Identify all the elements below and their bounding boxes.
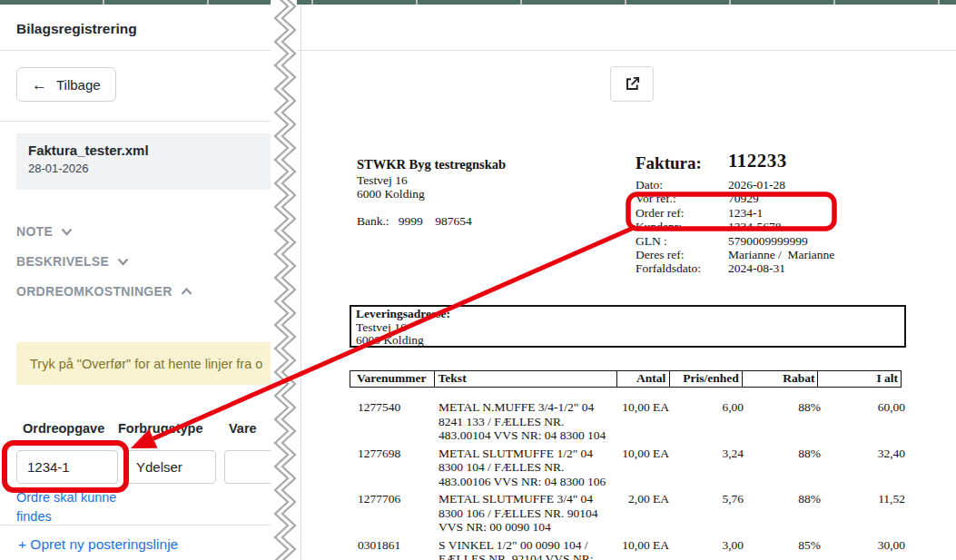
table-row: 1277540 METAL N.MUFFE 3/4-1/2" 04 8241 1…	[350, 400, 908, 443]
cell-varenummer: 1277540	[350, 400, 435, 443]
meta-value: 2024-08-31	[728, 261, 834, 275]
bilagsregistrering-app: Bilagsregistrering ← Tilbage Faktura_tes…	[0, 0, 956, 560]
delivery-address2: 6000 Kolding	[356, 334, 900, 348]
delivery-address1: Testvej 16	[356, 321, 900, 335]
cell-varenummer: 1277698	[350, 447, 435, 489]
cell-rabat: 85%	[747, 538, 823, 560]
meta-value: 1234-1	[728, 206, 834, 220]
cell-antal: 2,00 EA	[619, 492, 673, 535]
table-row: 1277698 METAL SLUTMUFFE 1/2" 04 8300 104…	[350, 447, 908, 489]
meta-label: Deres ref:	[636, 248, 728, 261]
open-external-button[interactable]	[610, 66, 654, 102]
meta-label: GLN :	[636, 234, 728, 248]
invoice-sender-name: STWKR Byg testregnskab	[357, 158, 506, 172]
browser-top-strip	[0, 0, 956, 5]
meta-label: Order ref:	[636, 206, 728, 220]
cell-pris: 3,00	[673, 538, 747, 560]
cell-rabat: 88%	[747, 447, 823, 489]
cell-tekst: S VINKEL 1/2" 00 0090 104 / FÆLLES NR. 9…	[435, 538, 619, 560]
cell-ialt: 11,52	[823, 492, 908, 535]
cell-varenummer: 0301861	[350, 538, 435, 560]
meta-label: Dato:	[636, 178, 728, 192]
cell-rabat: 88%	[747, 492, 823, 535]
torn-edge-divider	[269, 0, 301, 560]
invoice-sender-address1: Testvej 16	[357, 173, 408, 188]
invoice-number: 112233	[728, 154, 787, 169]
invoice-table-header: Varenummer Tekst Antal Pris/enhed Rabat …	[350, 370, 908, 388]
invoice-preview: STWKR Byg testregnskab Testvej 16 6000 K…	[0, 0, 956, 560]
cell-antal: 10,00 EA	[619, 538, 673, 560]
cell-rabat: 88%	[747, 400, 823, 443]
table-row: 1277706 METAL SLUTMUFFE 3/4" 04 8300 106…	[350, 492, 908, 535]
cell-antal: 10,00 EA	[619, 400, 673, 443]
meta-value: 2026-01-28	[728, 178, 834, 192]
delivery-address-box: Leveringsadresse: Testvej 16 6000 Koldin…	[350, 305, 906, 348]
th-pris-enhed: Pris/enhed	[669, 370, 744, 388]
cell-pris: 6,00	[673, 400, 747, 443]
meta-label: Kundenr:	[636, 220, 728, 233]
cell-ialt: 60,00	[823, 400, 908, 443]
meta-value: 70929	[728, 192, 834, 205]
invoice-meta-block: Dato:2026-01-28 Vor ref.:70929 Order ref…	[636, 178, 834, 276]
cell-pris: 5,76	[673, 492, 747, 535]
th-varenummer: Varenummer	[350, 370, 435, 388]
meta-label: Forfaldsdato:	[636, 261, 728, 275]
meta-value: 1234-5678	[728, 220, 834, 233]
invoice-table-body: 1277540 METAL N.MUFFE 3/4-1/2" 04 8241 1…	[350, 400, 908, 560]
invoice-bank-line: Bank.: 9999 987654	[357, 214, 472, 229]
th-tekst: Tekst	[434, 370, 618, 388]
cell-pris: 3,24	[673, 447, 747, 489]
th-rabat: Rabat	[742, 370, 818, 388]
invoice-title-label: Faktura:	[636, 156, 702, 171]
cell-antal: 10,00 EA	[619, 447, 673, 489]
meta-value: Marianne / Marianne	[728, 248, 834, 261]
th-antal: Antal	[616, 370, 670, 388]
invoice-sender-address2: 6000 Kolding	[357, 187, 425, 201]
th-ialt: I alt	[817, 370, 902, 388]
external-link-icon	[624, 75, 641, 93]
cell-ialt: 32,40	[823, 447, 908, 489]
cell-varenummer: 1277706	[350, 492, 435, 535]
delivery-title: Leveringsadresse:	[356, 308, 900, 321]
meta-label: Vor ref.:	[636, 192, 728, 205]
cell-ialt: 30,00	[823, 538, 908, 560]
meta-value: 5790009999999	[728, 234, 834, 248]
cell-tekst: METAL N.MUFFE 3/4-1/2" 04 8241 133 / FÆL…	[435, 400, 619, 443]
cell-tekst: METAL SLUTMUFFE 1/2" 04 8300 104 / FÆLLE…	[435, 447, 619, 489]
cell-tekst: METAL SLUTMUFFE 3/4" 04 8300 106 / FÆLLE…	[435, 492, 619, 535]
table-row: 0301861 S VINKEL 1/2" 00 0090 104 / FÆLL…	[350, 538, 908, 560]
